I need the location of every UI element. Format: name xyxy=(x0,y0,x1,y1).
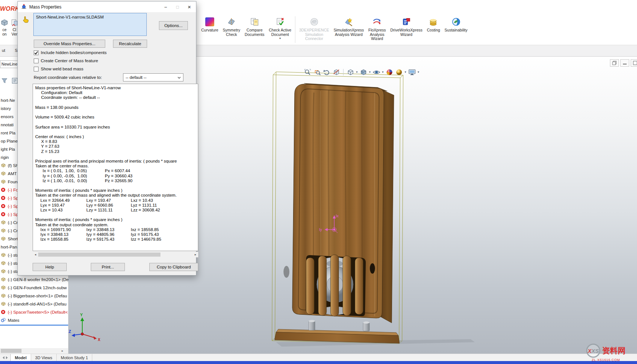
tree-item[interactable]: (-) GEN-8 woofer fm200<1> (De xyxy=(0,275,68,284)
toolbar-button-driveworksxpress-wizard[interactable]: DriveWorksXpressWizard xyxy=(388,16,425,37)
tree-item-label: (-) Sp xyxy=(8,196,19,200)
red-x-icon xyxy=(1,212,7,217)
display-style-icon[interactable] xyxy=(359,68,368,76)
view-settings-icon[interactable] xyxy=(408,68,416,76)
dialog-checkbox[interactable]: Create Center of Mass feature xyxy=(34,57,107,65)
part-icon xyxy=(1,220,7,225)
override-mass-properties-button[interactable]: Override Mass Properties... xyxy=(34,40,105,48)
heads-up-view-toolbar: ▾▾▾▾▾ xyxy=(303,68,419,76)
results-line: Principal axes of inertia and principal … xyxy=(35,159,198,164)
taskbar-strip[interactable] xyxy=(0,361,637,364)
copy-to-clipboard-button[interactable]: Copy to Clipboard xyxy=(149,263,198,271)
zoom-area-icon[interactable] xyxy=(313,68,321,76)
help-button[interactable]: Help xyxy=(33,263,67,271)
dropdown-caret-icon[interactable]: ▾ xyxy=(279,37,281,40)
checkbox-box[interactable] xyxy=(34,67,39,71)
tab-model[interactable]: Model xyxy=(10,354,31,361)
scrollbar-right-arrow-icon[interactable]: ► xyxy=(61,350,64,352)
dropdown-caret-icon[interactable]: ▾ xyxy=(369,70,371,74)
hud-separator xyxy=(343,69,344,76)
options-button[interactable]: Options... xyxy=(159,21,188,30)
toolbar-button-check-active-document[interactable]: Check ActiveDocument▾ xyxy=(266,16,293,41)
symmetry-check-icon xyxy=(227,16,236,27)
edit-appearance-icon[interactable] xyxy=(385,68,394,76)
view-orientation-icon[interactable] xyxy=(346,68,355,76)
red-x-icon xyxy=(1,310,7,315)
recalculate-button[interactable]: Recalculate xyxy=(113,40,147,48)
red-x-icon xyxy=(1,196,7,201)
toolbar-button-3dexperience-simulation-connector: 3D3DEXPERIENCESimulationConnector xyxy=(297,16,331,42)
selected-item-field[interactable]: Short-NewLine-V1-narrow.SLDASM xyxy=(33,13,147,36)
tree-splitter[interactable] xyxy=(0,325,68,325)
results-line: Center of mass: ( inches ) xyxy=(35,134,198,139)
viewport-window-icons xyxy=(610,59,637,67)
close-button[interactable]: × xyxy=(183,3,195,11)
print-button[interactable]: Print... xyxy=(91,263,125,271)
toolbar-button-floxpress-analysis-wizard[interactable]: FloXpressAnalysisWizard xyxy=(366,16,388,42)
tree-item[interactable]: (-) Biggerbase-short<1> (Defau xyxy=(0,292,68,300)
dialog-title-bar[interactable]: Mass Properties – □ × xyxy=(18,1,196,12)
results-horizontal-scrollbar[interactable]: ◄ ► xyxy=(33,252,198,257)
results-line: Iyx = 33848.13Iyy = 44805.96Iyz = 59175.… xyxy=(35,232,198,237)
tree-filter-icon[interactable] xyxy=(1,77,8,86)
toolbar-fragment-1[interactable]: ce on xyxy=(0,18,9,36)
tree-item-label: (-) SpacerTweeter<5> (Default< xyxy=(8,310,68,314)
coordinate-system-dropdown[interactable]: -- default -- xyxy=(123,73,183,81)
tree-item[interactable]: (-) GEN-Foundtek 12inch-subw xyxy=(0,284,68,292)
commandmanager-tab-fragment[interactable]: ut xyxy=(2,48,5,53)
results-line: Izx = 18558.85Izy = 59175.43Izz = 146679… xyxy=(35,237,198,242)
zoom-fit-icon[interactable] xyxy=(303,68,312,76)
tree-item-label: (-) Fo xyxy=(8,188,18,192)
toolbar-button-sustainability[interactable]: Sustainability xyxy=(442,16,470,33)
tab-motion-study-1[interactable]: Motion Study 1 xyxy=(57,354,92,361)
results-line: Coordinate system: -- default -- xyxy=(35,95,198,100)
viewport-restore-icon[interactable] xyxy=(610,59,619,67)
minimize-button[interactable]: – xyxy=(160,3,172,11)
tree-item[interactable]: Mates xyxy=(0,316,68,324)
results-line xyxy=(35,183,198,188)
toolbar-button-label: Costing xyxy=(427,28,440,33)
section-view-icon[interactable] xyxy=(332,68,341,76)
tab-scroll-icons[interactable] xyxy=(0,354,10,361)
dropdown-caret-icon[interactable]: ▾ xyxy=(418,70,419,74)
dropdown-caret-icon[interactable]: ▾ xyxy=(405,70,406,74)
tree-item-label: (-) GEN-8 woofer fm200<1> (De xyxy=(8,277,69,282)
threedexperience-icon: 3D xyxy=(309,16,319,27)
dropdown-caret-icon[interactable]: ▾ xyxy=(356,70,358,74)
checkbox-box[interactable] xyxy=(34,59,39,63)
tree-item[interactable]: (-) SpacerTweeter<5> (Default< xyxy=(0,308,68,316)
viewport-minimize-icon[interactable] xyxy=(620,59,629,67)
toolbar-button-curvature[interactable]: Curvature xyxy=(199,16,220,33)
part-icon xyxy=(1,277,7,282)
tree-item-label: (f) Sh xyxy=(8,163,18,168)
part-icon xyxy=(1,228,7,233)
tab-3d-views[interactable]: 3D Views xyxy=(31,354,57,361)
scrollbar-right-arrow-icon[interactable]: ► xyxy=(193,253,198,256)
tree-item-label: hort-Pan xyxy=(1,245,17,249)
simulationxpress-icon xyxy=(344,16,354,27)
dialog-checkbox[interactable]: Include hidden bodies/components xyxy=(34,49,107,57)
viewport-maximize-icon[interactable] xyxy=(631,59,637,67)
tree-item[interactable]: (-) standoff-old-AN1<5> (Defau xyxy=(0,300,68,308)
maximize-button[interactable]: □ xyxy=(172,3,183,11)
toolbar-button-compare-documents[interactable]: CompareDocuments xyxy=(242,16,266,37)
mass-properties-results[interactable]: Mass properties of Short-NewLine-V1-narr… xyxy=(33,84,198,251)
previous-view-icon[interactable] xyxy=(322,68,331,76)
hide-show-items-icon[interactable] xyxy=(372,68,381,76)
tree-horizontal-scrollbar[interactable]: ► xyxy=(0,348,68,354)
toolbar-button-costing[interactable]: Costing xyxy=(425,16,442,33)
watermark-logo-icon: XXS xyxy=(586,344,600,358)
scrollbar-left-arrow-icon[interactable]: ◄ xyxy=(33,253,38,256)
toolbar-button-simulationxpress-analysis-wizard[interactable]: SimulationXpressAnalysis Wizard xyxy=(331,16,366,37)
dialog-checkbox[interactable]: Show weld bead mass xyxy=(34,65,107,73)
mass-properties-dialog[interactable]: Mass Properties – □ × Short-NewLine-V1-n… xyxy=(17,1,196,275)
part-icon xyxy=(1,293,7,298)
dropdown-caret-icon[interactable]: ▾ xyxy=(382,70,384,74)
results-line xyxy=(35,100,198,105)
scrollbar-thumb[interactable] xyxy=(38,253,160,257)
apply-scene-icon[interactable] xyxy=(395,68,403,76)
results-line xyxy=(35,154,198,159)
toolbar-button-symmetry-check[interactable]: SymmetryCheck xyxy=(220,16,242,37)
scrollbar-thumb[interactable] xyxy=(1,349,21,353)
checkbox-box[interactable] xyxy=(34,50,39,55)
